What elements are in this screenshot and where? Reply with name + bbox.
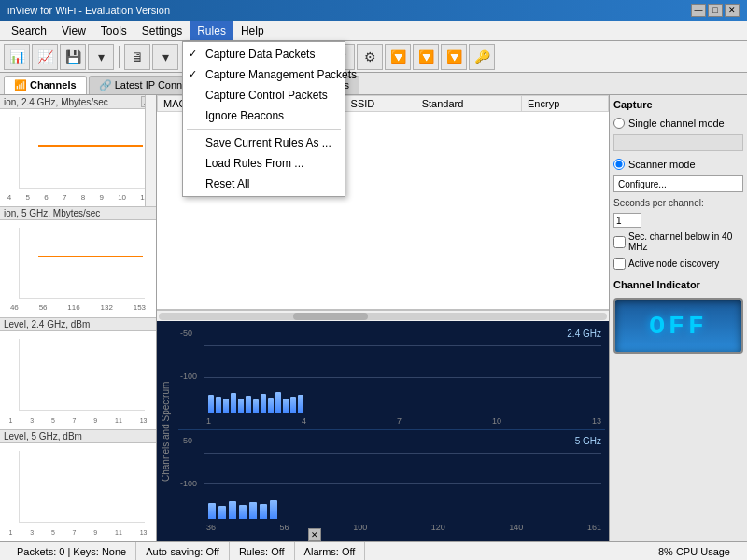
channel-display: OFF	[613, 298, 743, 354]
bar-5ch2	[218, 506, 226, 519]
menu-bar: Search View Tools Settings Rules Help Ca…	[0, 21, 747, 41]
bar-ch3	[223, 399, 229, 412]
channels-icon: 📶	[14, 79, 30, 91]
spectrum-close-button[interactable]: ✕	[308, 528, 321, 541]
rules-dropdown-menu: Capture Data Packets Capture Management …	[182, 41, 345, 197]
scrollbar-v-1[interactable]	[145, 95, 156, 206]
spectrum-side-label: Channels and Spectrum	[157, 321, 175, 541]
chart-5ghz-mbytes: ion, 5 GHz, Mbytes/sec 4656116132153	[0, 207, 156, 319]
bar-ch2	[216, 397, 221, 413]
chart-24ghz-mbytes-area: 4567891014	[0, 109, 156, 203]
status-autosaving: Auto-saving: Off	[136, 542, 230, 560]
tab-channels[interactable]: 📶 Channels	[4, 76, 87, 94]
toolbar-filter-btn[interactable]: 🔽	[385, 44, 411, 70]
bar-5ch5	[249, 502, 257, 519]
scanner-mode-radio[interactable]	[613, 159, 625, 170]
menu-help[interactable]: Help	[233, 21, 272, 40]
bar-ch10	[275, 392, 281, 413]
status-cpu: 8% CPU Usage	[649, 542, 740, 560]
active-node-discovery-row: Active node discovery	[613, 258, 743, 270]
single-channel-label: Single channel mode	[628, 118, 725, 129]
toolbar-btn-2[interactable]: 📈	[32, 44, 58, 70]
bar-ch9	[268, 398, 274, 413]
maximize-button[interactable]: □	[708, 4, 723, 17]
toolbar-filter3-btn[interactable]: 🔽	[441, 44, 467, 70]
h-scrollbar[interactable]	[157, 310, 609, 321]
toolbar-btn-5[interactable]: ▾	[152, 44, 178, 70]
toolbar-filter2-btn[interactable]: 🔽	[413, 44, 439, 70]
toolbar-sep-1	[119, 46, 120, 68]
status-alarms: Alarms: Off	[295, 542, 366, 560]
menu-search[interactable]: Search	[4, 21, 54, 40]
menu-ignore-beacons[interactable]: Ignore Beacons	[183, 105, 345, 126]
col-standard: Standard	[416, 96, 521, 112]
right-panel: Capture Single channel mode Scanner mode…	[609, 95, 747, 541]
toolbar-key-btn[interactable]: 🔑	[469, 44, 495, 70]
sec-channel-checkbox[interactable]	[613, 236, 626, 248]
status-bar: Packets: 0 | Keys: None Auto-saving: Off…	[0, 541, 747, 560]
toolbar-btn-3[interactable]: ▾	[88, 44, 114, 70]
chart-24ghz-mbytes: ion, 2.4 GHz, Mbytes/sec ▲ 4567891014	[0, 95, 156, 207]
scanner-mode-label: Scanner mode	[628, 159, 696, 170]
menu-settings[interactable]: Settings	[134, 21, 190, 40]
axis-x-5ghz-dbm: 135791113	[0, 529, 156, 536]
spectrum-24ghz-y1: -50	[180, 329, 192, 338]
chart-24ghz-dbm-label: Level, 2.4 GHz, dBm	[0, 318, 156, 331]
bar-ch13	[298, 395, 303, 413]
chart-24ghz-dbm-area: 135791113	[0, 331, 156, 426]
toolbar: 📊 📈 💾 ▾ 🖥 ▾ IP ⚙ 🔽 🔽 🔽 🔑	[0, 41, 747, 73]
bar-ch4	[231, 393, 236, 413]
sec-channel-below-row: Sec. channel below in 40 MHz	[613, 231, 743, 252]
close-button[interactable]: ✕	[725, 4, 740, 17]
seconds-per-channel-label: Seconds per channel:	[613, 198, 743, 208]
bar-ch11	[283, 399, 289, 412]
chart-24ghz-mbytes-label: ion, 2.4 GHz, Mbytes/sec ▲	[0, 95, 156, 109]
spectrum-5ghz-x-labels: 3656100120140161	[206, 523, 601, 532]
menu-reset-all[interactable]: Reset All	[183, 174, 345, 194]
axis-x-24ghz: 4567891014	[0, 193, 156, 202]
scroll-thumb[interactable]	[293, 313, 368, 320]
menu-capture-data-packets[interactable]: Capture Data Packets	[183, 44, 345, 64]
menu-save-rules[interactable]: Save Current Rules As ...	[183, 133, 345, 153]
latest-ip-icon: 🔗	[99, 79, 115, 91]
toolbar-btn-1[interactable]: 📊	[4, 44, 30, 70]
spectrum-area: Channels and Spectrum 2.4 GHz -50 -100	[157, 321, 609, 541]
main-layout: ion, 2.4 GHz, Mbytes/sec ▲ 4567891014 io…	[0, 95, 747, 541]
spectrum-chart-24ghz: 2.4 GHz -50 -100	[178, 325, 605, 430]
menu-capture-mgmt-packets[interactable]: Capture Management Packets	[183, 64, 345, 85]
toolbar-gear-btn[interactable]: ⚙	[357, 44, 383, 70]
menu-load-rules[interactable]: Load Rules From ...	[183, 153, 345, 174]
chart-5ghz-dbm-area: 135791113	[0, 443, 156, 538]
toolbar-save[interactable]: 💾	[60, 44, 86, 70]
single-channel-mode-row: Single channel mode	[613, 118, 743, 129]
configure-input[interactable]	[613, 175, 743, 192]
spectrum-charts: 2.4 GHz -50 -100	[175, 321, 609, 541]
spectrum-24ghz-x-labels: 1471013	[206, 416, 601, 426]
sec-channel-below-label: Sec. channel below in 40 MHz	[628, 231, 743, 252]
minimize-button[interactable]: —	[691, 4, 706, 17]
menu-capture-ctrl-packets[interactable]: Capture Control Packets	[183, 85, 345, 105]
bar-5ch7	[270, 500, 277, 519]
chart-24ghz-dbm: Level, 2.4 GHz, dBm 135791113	[0, 318, 156, 430]
spectrum-5ghz-y1: -50	[180, 436, 192, 445]
menu-view[interactable]: View	[54, 21, 93, 40]
app-title: inView for WiFi - Evaluation Version	[7, 5, 170, 16]
seconds-value-input[interactable]	[613, 213, 641, 228]
bar-ch1	[208, 395, 214, 413]
single-channel-radio[interactable]	[613, 118, 625, 129]
bar-ch6	[246, 396, 251, 413]
toolbar-btn-4[interactable]: 🖥	[124, 44, 150, 70]
bar-ch8	[261, 394, 266, 413]
active-node-label: Active node discovery	[628, 259, 719, 269]
menu-tools[interactable]: Tools	[93, 21, 134, 40]
menu-rules[interactable]: Rules	[190, 21, 233, 40]
status-packets: Packets: 0 | Keys: None	[7, 542, 136, 560]
menu-separator-1	[187, 129, 341, 130]
tab-bar: 📶 Channels 🔗 Latest IP Connections 📋 Rul…	[0, 73, 747, 95]
chart-5ghz-dbm-label: Level, 5 GHz, dBm	[0, 430, 156, 443]
active-node-checkbox[interactable]	[613, 258, 626, 270]
window-controls: — □ ✕	[691, 4, 740, 17]
chart-5ghz-dbm: Level, 5 GHz, dBm 135791113	[0, 430, 156, 541]
scroll-track[interactable]	[159, 313, 607, 320]
bar-ch5	[238, 399, 244, 413]
